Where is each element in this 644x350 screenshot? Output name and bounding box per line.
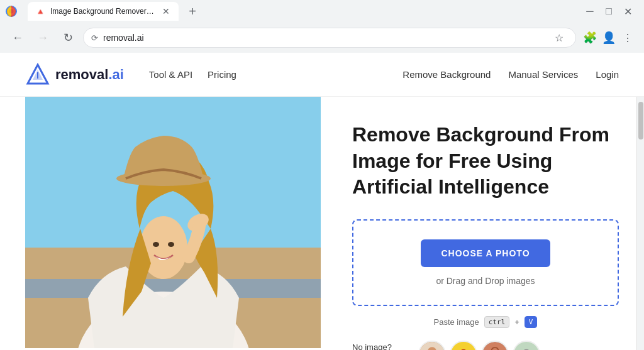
nav-tool-api[interactable]: Tool & API: [149, 69, 192, 80]
menu-button[interactable]: ⋮: [619, 29, 636, 46]
nav-manual-services[interactable]: Manual Services: [508, 69, 578, 80]
drag-drop-text: or Drag and Drop images: [366, 276, 605, 286]
extensions-button[interactable]: 🧩: [581, 29, 599, 46]
sample-backpack-icon: [482, 341, 508, 350]
tab-close-button[interactable]: ✕: [161, 6, 171, 16]
forward-button[interactable]: →: [33, 28, 53, 48]
paste-label: Paste image: [434, 317, 479, 327]
account-button[interactable]: 👤: [600, 29, 618, 46]
website-content: removal.ai Tool & API Pricing Remove Bac…: [0, 53, 644, 350]
sample-thumb-4[interactable]: [513, 341, 540, 350]
address-bar-row: ← → ↻ ⟳ removal.ai ☆ 🧩 👤 ⋮: [0, 23, 644, 53]
address-bar[interactable]: ⟳ removal.ai ☆: [83, 28, 576, 48]
maximize-button[interactable]: □: [600, 3, 618, 20]
scrollbar[interactable]: [636, 97, 644, 350]
back-button[interactable]: ←: [8, 28, 28, 48]
sample-thumb-1[interactable]: [418, 341, 446, 350]
nav-login[interactable]: Login: [596, 69, 619, 80]
sample-thumb-3[interactable]: [481, 341, 509, 350]
sample-thumb-2[interactable]: [450, 341, 477, 350]
no-image-label: No image? Try one of these: [352, 341, 411, 350]
nav-remove-background[interactable]: Remove Background: [402, 69, 491, 80]
svg-rect-18: [451, 342, 476, 350]
hero-photo: [25, 97, 321, 348]
active-tab[interactable]: 🔺 Image Background Remover | R... ✕: [28, 2, 179, 21]
scrollbar-thumb[interactable]: [638, 102, 643, 139]
svg-point-13: [153, 242, 159, 247]
tab-favicon: 🔺: [35, 7, 45, 16]
no-image-line1: No image?: [352, 341, 411, 350]
logo-suffix: .ai: [108, 67, 123, 82]
site-nav: removal.ai Tool & API Pricing Remove Bac…: [0, 53, 644, 97]
hero-section: Remove Background From Image for Free Us…: [0, 97, 644, 350]
sample-car-icon: [514, 341, 539, 350]
logo[interactable]: removal.ai: [25, 62, 124, 87]
logo-text: removal.ai: [55, 67, 124, 83]
sample-thumbnails: [418, 341, 540, 350]
nav-right: Remove Background Manual Services Login: [402, 69, 619, 80]
choose-photo-button[interactable]: CHOOSE A PHOTO: [421, 239, 550, 267]
tab-title: Image Background Remover | R...: [50, 7, 156, 16]
svg-rect-21: [482, 342, 508, 350]
svg-rect-24: [514, 342, 539, 350]
nav-pricing[interactable]: Pricing: [208, 69, 236, 80]
logo-brand: removal: [55, 67, 108, 82]
sample-bag-icon: [451, 341, 476, 350]
minimize-button[interactable]: ─: [581, 3, 599, 20]
svg-point-14: [168, 242, 174, 247]
secure-icon: ⟳: [91, 33, 98, 43]
v-key-badge: V: [525, 316, 538, 328]
browser-actions: 🧩 👤 ⋮: [581, 29, 636, 46]
window-controls: ─ □ ✕: [581, 3, 636, 20]
close-button[interactable]: ✕: [619, 3, 636, 20]
url-text: removal.ai: [103, 33, 545, 43]
new-tab-button[interactable]: +: [184, 3, 201, 20]
hero-title: Remove Background From Image for Free Us…: [352, 122, 619, 200]
title-bar: 🔺 Image Background Remover | R... ✕ + ─ …: [0, 0, 644, 23]
bookmark-button[interactable]: ☆: [550, 29, 568, 46]
upload-drop-zone[interactable]: CHOOSE A PHOTO or Drag and Drop images: [352, 219, 619, 306]
browser-chrome: 🔺 Image Background Remover | R... ✕ + ─ …: [0, 0, 644, 53]
address-actions: ☆: [550, 29, 568, 46]
nav-left: Tool & API Pricing: [149, 69, 236, 80]
sample-row: No image? Try one of these: [352, 341, 619, 350]
sample-person-icon: [419, 341, 445, 350]
ctrl-key-badge: ctrl: [484, 316, 510, 328]
reload-button[interactable]: ↻: [58, 28, 78, 48]
hero-text-content: Remove Background From Image for Free Us…: [321, 97, 644, 350]
hero-image-container: [25, 97, 321, 348]
plus-sign: +: [514, 317, 519, 327]
browser-logo-icon: [5, 5, 18, 18]
paste-row: Paste image ctrl + V: [352, 316, 619, 328]
logo-icon: [25, 62, 50, 87]
